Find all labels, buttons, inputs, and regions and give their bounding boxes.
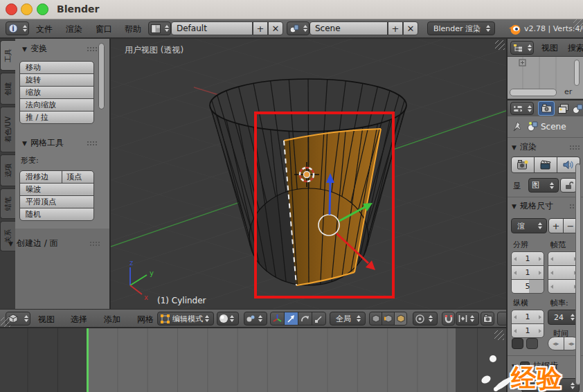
menu-file[interactable]: 文件 (36, 24, 53, 35)
shrink-fatten-button[interactable]: 法向缩放 (19, 98, 94, 112)
proportional-edit-dropdown[interactable] (413, 312, 438, 326)
manipulator-scale-toggle[interactable] (312, 312, 326, 326)
delete-scene-button[interactable]: ✕ (403, 21, 418, 35)
render-still-button[interactable] (511, 157, 535, 173)
breadcrumb-scene[interactable]: Scene (541, 122, 566, 132)
aspect-x-field[interactable]: 1 (511, 310, 544, 324)
preset-add-button[interactable]: + (548, 218, 564, 233)
corner-grip[interactable] (495, 40, 505, 50)
smooth-vertex-button[interactable]: 平滑顶点 (19, 195, 94, 208)
push-pull-button[interactable]: 推 / 拉 (19, 111, 94, 124)
vmenu-add[interactable]: 添加 (104, 314, 120, 326)
screen-layout-name-field[interactable]: Default (171, 21, 253, 35)
playhead[interactable] (87, 328, 89, 392)
vmenu-mesh[interactable]: 网格 (137, 314, 154, 326)
mode-dropdown[interactable]: 编辑模式 (157, 312, 214, 326)
edge-slide-button[interactable]: 滑移边 (19, 170, 62, 184)
menu-render[interactable]: 渲染 (66, 24, 82, 35)
viewport-3d[interactable]: z y x 用户视图 (透视) (1) Cylinder (111, 39, 506, 309)
shading-dropdown[interactable] (217, 312, 239, 326)
snap-toggle-button[interactable] (442, 312, 455, 326)
add-layout-button[interactable]: + (253, 21, 268, 35)
noise-button[interactable]: 噪波 (19, 183, 94, 196)
render-preset-dropdown[interactable]: 渲 (511, 218, 547, 233)
maximize-button[interactable] (37, 3, 48, 15)
properties-scrollbar[interactable] (575, 163, 581, 385)
panel-drag-dots[interactable] (89, 241, 100, 246)
editor-type-properties-button[interactable] (510, 102, 534, 115)
delete-layout-button[interactable]: ✕ (268, 21, 283, 35)
edge-select-button[interactable] (382, 312, 395, 326)
panel-header-antialiasing[interactable]: ▼ ✓ 抗锯齿 (512, 360, 580, 372)
render-engine-dropdown[interactable]: Blender 渲染 (427, 21, 495, 35)
tab-tools[interactable]: 工具 (0, 40, 15, 71)
randomize-button[interactable]: 随机 (19, 208, 94, 221)
panel-header-dimensions[interactable]: ▼规格尺寸 (512, 200, 580, 212)
preset-value: 渲 (517, 221, 525, 231)
corner-grip[interactable] (494, 330, 504, 340)
aa-filter-dropdown[interactable]: 米 (521, 378, 580, 392)
vmenu-view[interactable]: 视图 (38, 314, 55, 326)
shelf-scrollbar[interactable] (98, 43, 105, 109)
editor-type-outliner-button[interactable] (510, 41, 534, 55)
outliner-vscrollbar[interactable] (574, 60, 580, 86)
scene-name-field[interactable]: Scene (310, 21, 388, 35)
add-scene-button[interactable]: + (388, 21, 403, 35)
outliner-hscrollbar[interactable] (510, 89, 557, 96)
border-checkbox[interactable] (512, 338, 523, 349)
outliner-icon (513, 44, 523, 53)
clapperboard-icon (540, 160, 551, 170)
manipulator-rotate-toggle[interactable] (298, 312, 312, 326)
tab-create[interactable]: 创建 (0, 73, 15, 105)
tab-scene[interactable] (571, 103, 583, 115)
tab-render[interactable] (538, 101, 555, 116)
vertex-slide-button[interactable]: 顶点 (62, 170, 94, 184)
corner-grip[interactable] (573, 19, 583, 29)
pivot-dropdown[interactable] (244, 312, 267, 326)
panel-drag-dots[interactable] (87, 141, 97, 145)
minimize-button[interactable] (21, 3, 33, 15)
corner-grip[interactable] (1, 317, 10, 327)
render-animation-button[interactable] (534, 157, 557, 173)
scale-button[interactable]: 缩放 (19, 86, 94, 99)
opengl-render-button[interactable] (481, 312, 494, 326)
aspect-y-field[interactable]: 1 (511, 323, 544, 338)
res-y-field[interactable]: 1 (511, 265, 544, 280)
display-mode-dropdown[interactable]: 图 (528, 178, 559, 193)
snap-element-dropdown[interactable] (456, 312, 479, 326)
panel-drag-dots[interactable] (87, 46, 97, 51)
lock-interface-button[interactable] (560, 178, 577, 193)
antialias-checkbox[interactable]: ✓ (520, 362, 530, 371)
outliner-search-menu[interactable]: 搜索 (568, 42, 583, 54)
res-x-field[interactable]: 1 (511, 251, 544, 266)
panel-header-render[interactable]: ▼渲染 (512, 141, 580, 153)
tab-grease-pencil[interactable]: 蜡笔 (0, 188, 15, 219)
orientation-dropdown[interactable]: 全局 (330, 312, 366, 326)
res-pct-slider[interactable]: 5 (511, 279, 544, 294)
face-select-button[interactable] (394, 312, 407, 326)
editor-type-info-button[interactable]: i (6, 21, 29, 35)
vertex-select-button[interactable] (369, 312, 382, 326)
scene-browse-button[interactable] (287, 21, 310, 35)
outliner-view-menu[interactable]: 视图 (541, 42, 558, 54)
tab-shading-uv[interactable]: 着色/UV (0, 107, 15, 152)
panel-header-mesh-tools[interactable]: ▼网格工具 (22, 137, 97, 149)
panel-header-transform[interactable]: ▼变换 (22, 43, 97, 55)
menu-help[interactable]: 帮助 (125, 24, 141, 35)
deform-label: 形变: (21, 155, 39, 166)
screen-layout-button[interactable] (148, 21, 171, 35)
panel-header-make-edge-face[interactable]: ▼创建边 / 面 (8, 238, 100, 249)
tab-render-layers[interactable] (556, 103, 570, 115)
manipulator-translate-toggle[interactable] (284, 312, 298, 326)
menu-window[interactable]: 窗口 (96, 24, 112, 35)
vmenu-select[interactable]: 选择 (71, 314, 87, 326)
crop-checkbox[interactable] (526, 338, 538, 349)
pin-icon[interactable] (512, 121, 524, 133)
tab-options[interactable]: 选项 (0, 154, 15, 186)
manipulator-axis-toggle[interactable] (270, 312, 285, 326)
translate-button[interactable]: 移动 (19, 61, 94, 74)
close-button[interactable] (6, 3, 17, 15)
timeline[interactable] (0, 328, 506, 392)
rotate-button[interactable]: 旋转 (19, 73, 94, 87)
outliner-body[interactable]: er (508, 57, 583, 98)
